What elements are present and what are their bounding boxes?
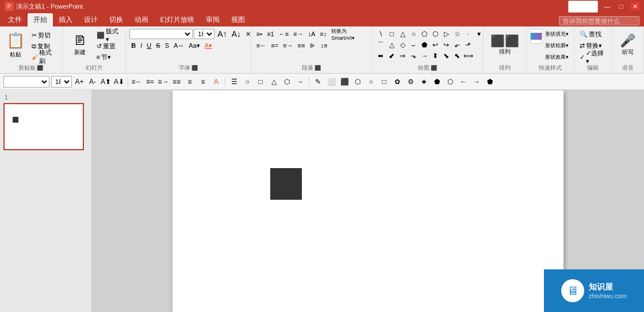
shape-12[interactable]: ⬌ bbox=[375, 51, 386, 61]
convert-smartart-button[interactable]: 转换为 SmartArt▾ bbox=[329, 29, 368, 39]
shape-21[interactable] bbox=[474, 51, 484, 61]
align-right-button[interactable]: ≡→ bbox=[281, 40, 294, 51]
shape-11[interactable] bbox=[474, 40, 484, 50]
shape-7[interactable]: ↩ bbox=[430, 40, 440, 50]
find-button[interactable]: 🔍 查找 bbox=[578, 29, 608, 39]
ft-align5[interactable]: ≡ bbox=[184, 76, 195, 87]
line-spacing-button[interactable]: ↕≡ bbox=[319, 40, 329, 51]
shape-rect[interactable]: □ bbox=[386, 29, 397, 39]
shape-3[interactable]: △ bbox=[386, 40, 397, 50]
tab-view[interactable]: 视图 bbox=[225, 13, 251, 26]
ft-star[interactable]: ★ bbox=[418, 76, 430, 87]
ft-prev[interactable]: ← bbox=[458, 76, 469, 87]
shape-5[interactable]: ⌣ bbox=[408, 40, 419, 50]
ft-circle2[interactable]: ○ bbox=[365, 76, 377, 87]
tab-home[interactable]: 开始 bbox=[28, 13, 53, 26]
search-input[interactable] bbox=[559, 16, 639, 25]
tab-slideshow[interactable]: 幻灯片放映 bbox=[154, 13, 200, 26]
shape-14[interactable]: ⇒ bbox=[397, 51, 408, 61]
maximize-button[interactable]: □ bbox=[616, 2, 626, 10]
close-button[interactable]: ✕ bbox=[630, 2, 639, 10]
canvas-shape[interactable] bbox=[270, 168, 302, 200]
ft-shape-rect[interactable]: □ bbox=[255, 76, 266, 87]
format-painter-button[interactable]: 🖌 格式刷 bbox=[30, 52, 59, 62]
strikethrough-button[interactable]: S bbox=[154, 40, 162, 51]
shape-2[interactable]: ⌒ bbox=[375, 40, 386, 50]
justify-button[interactable]: ≡≡ bbox=[296, 40, 307, 51]
shape-13[interactable]: ⬋ bbox=[386, 51, 397, 61]
case-button[interactable]: Aa▾ bbox=[187, 40, 201, 51]
ft-justify[interactable]: ≡≡ bbox=[171, 76, 182, 87]
new-slide-button[interactable]: 🖹 新建 bbox=[66, 29, 94, 61]
cut-button[interactable]: ✂ 剪切 bbox=[30, 30, 59, 40]
italic-button[interactable]: I bbox=[139, 40, 144, 51]
tab-transitions[interactable]: 切换 bbox=[103, 13, 129, 26]
shape-line[interactable]: \ bbox=[375, 29, 386, 39]
shape-star[interactable]: ☆ bbox=[452, 29, 462, 39]
ft-fill[interactable]: ⬜ bbox=[325, 76, 337, 87]
ft-decrease-font[interactable]: A- bbox=[87, 76, 98, 87]
ft-align6[interactable]: ≡ bbox=[197, 76, 209, 87]
font-expand-icon[interactable]: ⬛ bbox=[191, 65, 198, 71]
slide-canvas[interactable] bbox=[172, 90, 564, 312]
underline-button[interactable]: U bbox=[145, 40, 153, 51]
shape-pentagon[interactable]: ⬠ bbox=[419, 29, 430, 39]
ft-increase-font[interactable]: A+ bbox=[74, 76, 85, 87]
shape-dot[interactable]: · bbox=[463, 29, 473, 39]
tab-file[interactable]: 文件 bbox=[2, 13, 28, 26]
tab-insert[interactable]: 插入 bbox=[53, 13, 78, 26]
ft-shape-circle[interactable]: ○ bbox=[241, 76, 253, 87]
tab-animations[interactable]: 动画 bbox=[129, 13, 154, 26]
shape-16[interactable]: → bbox=[419, 51, 430, 61]
shape-9[interactable]: ⬐ bbox=[452, 40, 462, 50]
shape-fill-button[interactable]: 形状填充▾ bbox=[543, 29, 570, 39]
numbered-list-button[interactable]: ≡1 bbox=[265, 29, 276, 39]
share-button[interactable]: ↗ 共享 bbox=[568, 1, 598, 13]
text-direction-button[interactable]: ↕A bbox=[306, 29, 317, 39]
shape-17[interactable]: ⬍ bbox=[430, 51, 440, 61]
shape-hex[interactable]: ⬡ bbox=[430, 29, 440, 39]
arrange-button[interactable]: ⬛⬛ 排列 bbox=[487, 29, 523, 61]
shape-6[interactable]: ⬟ bbox=[419, 40, 430, 50]
layout-button[interactable]: ⬛ 版式▾ bbox=[95, 30, 122, 40]
shape-4[interactable]: ◇ bbox=[397, 40, 408, 50]
drawing-expand-icon[interactable]: ⬛ bbox=[431, 65, 437, 71]
tab-design[interactable]: 设计 bbox=[78, 13, 103, 26]
font-family-select[interactable] bbox=[129, 29, 193, 39]
columns-button[interactable]: ⫸ bbox=[308, 40, 317, 51]
shape-18[interactable]: ⬊ bbox=[441, 51, 451, 61]
ft-shape-tri[interactable]: △ bbox=[268, 76, 279, 87]
quick-style-1[interactable] bbox=[530, 29, 542, 44]
shape-15[interactable]: ⬎ bbox=[408, 51, 419, 61]
shape-10[interactable]: ⬏ bbox=[463, 40, 473, 50]
shape-circle[interactable]: ○ bbox=[408, 29, 419, 39]
ft-fill2[interactable]: ⬛ bbox=[339, 76, 350, 87]
ft-diamond[interactable]: ⬟ bbox=[431, 76, 443, 87]
shape-effect-button[interactable]: 形状效果▾ bbox=[543, 52, 570, 62]
paste-button[interactable]: 📋 粘贴 bbox=[3, 29, 28, 61]
shape-triangle[interactable]: △ bbox=[397, 29, 408, 39]
clipboard-expand-icon[interactable]: ⬛ bbox=[37, 65, 43, 71]
bullet-list-button[interactable]: ≡• bbox=[255, 29, 264, 39]
ft-color[interactable]: A bbox=[210, 76, 222, 87]
ft-flower[interactable]: ✿ bbox=[392, 76, 403, 87]
bold-button[interactable]: B bbox=[129, 40, 137, 51]
tab-review[interactable]: 审阅 bbox=[200, 13, 225, 26]
ft-align-center[interactable]: ≡= bbox=[144, 76, 156, 87]
format-font-select[interactable] bbox=[3, 76, 49, 87]
ft-align-right[interactable]: ≡→ bbox=[158, 76, 169, 87]
shadow-button[interactable]: S bbox=[163, 40, 171, 51]
ft-rect2[interactable]: □ bbox=[378, 76, 390, 87]
dictate-button[interactable]: 🎤 听写 bbox=[615, 29, 640, 61]
decrease-font-button[interactable]: A↓ bbox=[230, 29, 243, 39]
increase-font-button[interactable]: A↑ bbox=[216, 29, 228, 39]
section-button[interactable]: ≡ 节▾ bbox=[95, 52, 122, 62]
shape-more[interactable]: ▾ bbox=[474, 29, 484, 39]
format-size-select[interactable]: 18 bbox=[51, 76, 72, 87]
align-left-button[interactable]: ≡← bbox=[255, 40, 268, 51]
ft-arrow[interactable]: → bbox=[294, 76, 306, 87]
ft-next[interactable]: → bbox=[471, 76, 482, 87]
shape-19[interactable]: ⬉ bbox=[452, 51, 462, 61]
paragraph-expand-icon[interactable]: ⬛ bbox=[315, 65, 321, 71]
shape-outline-button[interactable]: 形状轮廓▾ bbox=[543, 40, 570, 51]
